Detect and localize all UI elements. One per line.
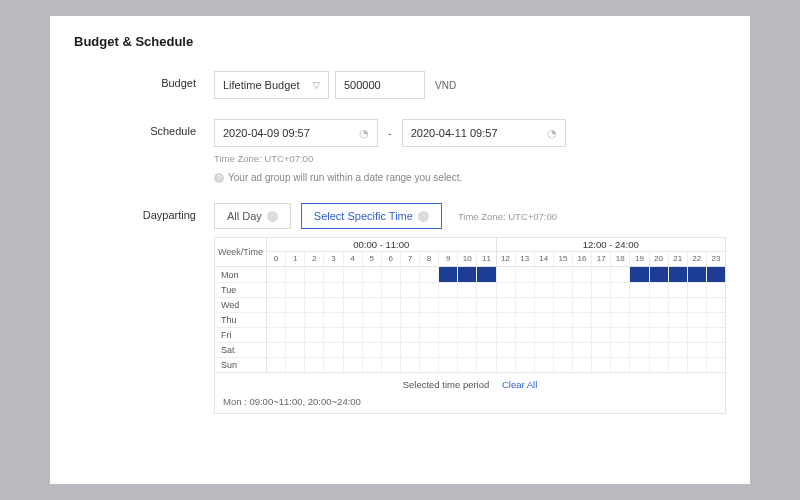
hour-cell[interactable]	[516, 328, 535, 342]
hour-cell[interactable]	[630, 298, 649, 312]
hour-cell[interactable]	[324, 343, 343, 357]
hour-cell[interactable]	[439, 343, 458, 357]
hour-cell[interactable]	[382, 358, 401, 372]
hour-cell[interactable]	[554, 267, 573, 282]
hour-cell[interactable]	[363, 328, 382, 342]
hour-cell[interactable]	[573, 328, 592, 342]
hour-cell[interactable]	[363, 267, 382, 282]
schedule-end-input[interactable]: 2020-04-11 09:57 ◔	[402, 119, 566, 147]
hour-cell[interactable]	[611, 267, 630, 282]
hour-cell[interactable]	[305, 298, 324, 312]
hour-cell[interactable]	[344, 298, 363, 312]
hour-cell[interactable]	[324, 298, 343, 312]
hour-cell[interactable]	[554, 343, 573, 357]
hour-cell[interactable]	[458, 343, 477, 357]
budget-amount-input[interactable]: 500000	[335, 71, 425, 99]
hour-cell[interactable]	[477, 298, 496, 312]
hour-cell[interactable]	[458, 283, 477, 297]
hour-cell[interactable]	[516, 298, 535, 312]
hour-cell[interactable]	[439, 328, 458, 342]
hour-cell[interactable]	[420, 283, 439, 297]
hour-cell[interactable]	[707, 358, 725, 372]
hour-cell[interactable]	[344, 313, 363, 327]
hour-cell[interactable]	[305, 313, 324, 327]
hour-cell[interactable]	[554, 298, 573, 312]
hour-cell[interactable]	[592, 283, 611, 297]
hour-cell[interactable]	[535, 267, 554, 282]
hour-cell[interactable]	[573, 358, 592, 372]
hour-cell[interactable]	[592, 328, 611, 342]
hour-cell[interactable]	[420, 313, 439, 327]
hour-cell[interactable]	[305, 358, 324, 372]
hour-cell[interactable]	[650, 343, 669, 357]
hour-cell[interactable]	[669, 328, 688, 342]
hour-cell[interactable]	[363, 313, 382, 327]
clear-all-link[interactable]: Clear All	[502, 379, 537, 390]
hour-cell[interactable]	[630, 283, 649, 297]
hour-cell[interactable]	[592, 267, 611, 282]
hour-cell[interactable]	[516, 267, 535, 282]
hour-cell[interactable]	[382, 283, 401, 297]
hour-cell[interactable]	[267, 283, 286, 297]
hour-cell[interactable]	[573, 313, 592, 327]
hour-cell[interactable]	[477, 313, 496, 327]
hour-cell[interactable]	[669, 313, 688, 327]
hour-cell[interactable]	[267, 267, 286, 282]
hour-cell[interactable]	[497, 283, 516, 297]
hour-cell[interactable]	[324, 267, 343, 282]
hour-cell[interactable]	[305, 343, 324, 357]
hour-cell[interactable]	[439, 267, 458, 282]
hour-cell[interactable]	[305, 283, 324, 297]
hour-cell[interactable]	[267, 358, 286, 372]
hour-cell[interactable]	[344, 328, 363, 342]
hour-cell[interactable]	[286, 267, 305, 282]
hour-cell[interactable]	[592, 358, 611, 372]
hour-cell[interactable]	[650, 298, 669, 312]
hour-cell[interactable]	[458, 267, 477, 282]
hour-cell[interactable]	[707, 343, 725, 357]
hour-cell[interactable]	[401, 267, 420, 282]
hour-cell[interactable]	[688, 267, 707, 282]
hour-cell[interactable]	[497, 267, 516, 282]
hour-cell[interactable]	[477, 358, 496, 372]
hour-cell[interactable]	[477, 267, 496, 282]
hour-cell[interactable]	[669, 343, 688, 357]
hour-cell[interactable]	[439, 313, 458, 327]
hour-cell[interactable]	[286, 313, 305, 327]
hour-cell[interactable]	[401, 298, 420, 312]
hour-cell[interactable]	[669, 358, 688, 372]
hour-cell[interactable]	[611, 298, 630, 312]
hour-cell[interactable]	[267, 343, 286, 357]
budget-type-select[interactable]: Lifetime Budget ▽	[214, 71, 329, 99]
hour-cell[interactable]	[688, 328, 707, 342]
hour-cell[interactable]	[650, 283, 669, 297]
hour-cell[interactable]	[382, 313, 401, 327]
hour-cell[interactable]	[382, 328, 401, 342]
hour-cell[interactable]	[344, 267, 363, 282]
hour-cell[interactable]	[592, 343, 611, 357]
hour-cell[interactable]	[324, 283, 343, 297]
hour-cell[interactable]	[630, 328, 649, 342]
hour-cell[interactable]	[363, 298, 382, 312]
hour-cell[interactable]	[439, 283, 458, 297]
hour-cell[interactable]	[420, 343, 439, 357]
hour-cell[interactable]	[477, 328, 496, 342]
hour-cell[interactable]	[401, 313, 420, 327]
hour-cell[interactable]	[305, 267, 324, 282]
hour-cell[interactable]	[707, 313, 725, 327]
hour-cell[interactable]	[458, 313, 477, 327]
hour-cell[interactable]	[286, 343, 305, 357]
hour-cell[interactable]	[267, 298, 286, 312]
hour-cell[interactable]	[324, 328, 343, 342]
hour-cell[interactable]	[592, 313, 611, 327]
hour-cell[interactable]	[382, 343, 401, 357]
hour-cell[interactable]	[688, 298, 707, 312]
hour-cell[interactable]	[630, 343, 649, 357]
hour-cell[interactable]	[286, 358, 305, 372]
hour-cell[interactable]	[554, 283, 573, 297]
hour-cell[interactable]	[497, 298, 516, 312]
hour-cell[interactable]	[535, 358, 554, 372]
hour-cell[interactable]	[535, 298, 554, 312]
hour-cell[interactable]	[611, 328, 630, 342]
hour-cell[interactable]	[305, 328, 324, 342]
